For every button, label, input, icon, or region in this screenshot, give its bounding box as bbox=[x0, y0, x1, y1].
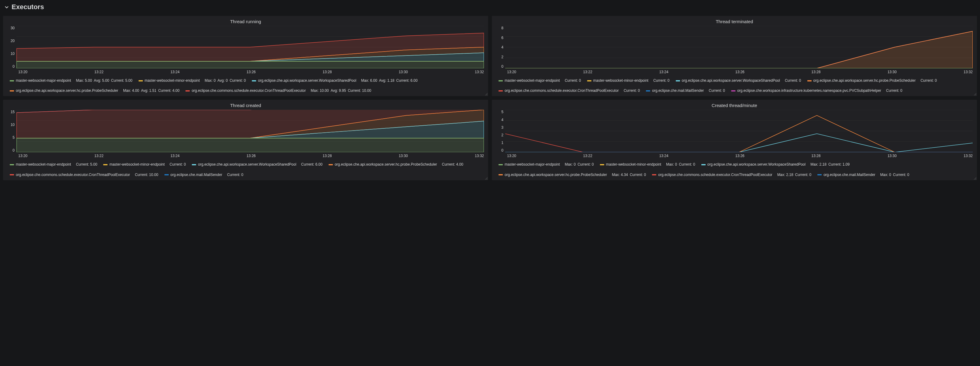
section-header[interactable]: Executors bbox=[3, 0, 977, 16]
panel-title[interactable]: Thread terminated bbox=[496, 19, 973, 24]
y-tick: 0 bbox=[501, 64, 503, 69]
legend-item[interactable]: org.eclipse.che.commons.schedule.executo… bbox=[10, 172, 158, 178]
legend-item[interactable]: org.eclipse.che.commons.schedule.executo… bbox=[652, 172, 811, 178]
legend-stat: Current: 5.00 bbox=[76, 162, 97, 166]
legend-stat: Max: 0 bbox=[666, 162, 677, 166]
x-tick: 13:28 bbox=[811, 154, 821, 158]
y-axis: 86420 bbox=[496, 26, 505, 69]
legend-series-name: org.eclipse.che.api.workspace.server.hc.… bbox=[335, 161, 437, 168]
x-tick: 13:24 bbox=[659, 154, 668, 158]
legend-stat: Current: 0 bbox=[578, 162, 593, 166]
y-tick: 0 bbox=[501, 148, 503, 152]
plot[interactable] bbox=[16, 110, 484, 152]
resize-handle-icon[interactable] bbox=[485, 93, 488, 96]
legend-item[interactable]: master-websocket-major-endpointMax: 0Cur… bbox=[498, 161, 594, 168]
legend-swatch bbox=[498, 174, 503, 175]
panel-title[interactable]: Thread running bbox=[7, 19, 484, 24]
legend-swatch bbox=[646, 90, 650, 91]
legend-item[interactable]: master-websocket-minor-endpointMax: 0Avg… bbox=[138, 78, 246, 83]
legend-item[interactable]: master-websocket-major-endpointCurrent: … bbox=[10, 161, 97, 168]
legend-item[interactable]: master-websocket-minor-endpointMax: 0Cur… bbox=[600, 161, 695, 168]
resize-handle-icon[interactable] bbox=[974, 177, 976, 180]
legend-swatch bbox=[587, 80, 592, 82]
x-tick: 13:20 bbox=[507, 70, 516, 74]
legend-stat: Current: 0 bbox=[170, 162, 186, 166]
y-tick: 4 bbox=[501, 45, 503, 50]
chart-area[interactable]: 151050 bbox=[7, 110, 484, 152]
legend-stat: Max: 6.00 bbox=[361, 78, 377, 83]
plot[interactable] bbox=[16, 26, 484, 69]
legend-series-name: org.eclipse.che.api.workspace.server.hc.… bbox=[504, 172, 607, 178]
legend-item[interactable]: org.eclipse.che.api.workspace.server.hc.… bbox=[329, 161, 463, 168]
x-tick: 13:24 bbox=[659, 70, 668, 74]
x-axis: 13:2013:2213:2413:2613:2813:3013:32 bbox=[496, 152, 973, 160]
legend-stats: Current: 6.00 bbox=[299, 161, 323, 168]
legend-stats: Max: 0Current: 0 bbox=[563, 161, 593, 168]
y-tick: 5 bbox=[501, 110, 503, 114]
legend-item[interactable]: master-websocket-minor-endpointCurrent: … bbox=[103, 161, 186, 168]
chart-area[interactable]: 86420 bbox=[496, 26, 973, 69]
legend-stats: Max: 0Current: 0 bbox=[664, 161, 695, 168]
legend-series-name: org.eclipse.che.mail.MailSender bbox=[652, 88, 704, 94]
panel-thread-created[interactable]: Thread created15105013:2013:2213:2413:26… bbox=[3, 100, 488, 180]
legend-stats: Current: 0 bbox=[225, 172, 243, 178]
legend-item[interactable]: org.eclipse.che.api.workspace.server.hc.… bbox=[807, 78, 937, 83]
plot[interactable] bbox=[505, 26, 973, 69]
legend-item[interactable]: master-websocket-major-endpointCurrent: … bbox=[498, 78, 581, 83]
legend-item[interactable]: org.eclipse.che.api.workspace.server.Wor… bbox=[676, 78, 801, 83]
legend-series-name: org.eclipse.che.commons.schedule.executo… bbox=[16, 172, 130, 178]
legend-stat: Current: 0 bbox=[921, 78, 937, 83]
chevron-down-icon bbox=[4, 5, 9, 10]
legend-series-name: org.eclipse.che.api.workspace.server.hc.… bbox=[16, 88, 118, 94]
panel-thread-running[interactable]: Thread running302010013:2013:2213:2413:2… bbox=[3, 16, 488, 96]
legend-series-name: master-websocket-minor-endpoint bbox=[606, 161, 661, 168]
x-tick: 13:20 bbox=[18, 70, 27, 74]
x-tick: 13:32 bbox=[964, 70, 973, 74]
legend-swatch bbox=[498, 90, 503, 91]
legend-stat: Avg: 9.95 bbox=[331, 88, 346, 93]
legend-item[interactable]: org.eclipse.che.api.workspace.server.Wor… bbox=[192, 161, 323, 168]
legend-item[interactable]: org.eclipse.che.mail.MailSenderCurrent: … bbox=[646, 88, 725, 94]
legend-item[interactable]: org.eclipse.che.api.workspace.server.Wor… bbox=[252, 78, 417, 83]
legend-stats: Max: 10.00Avg: 9.95Current: 10.00 bbox=[309, 88, 371, 94]
resize-handle-icon[interactable] bbox=[974, 93, 976, 96]
legend-stat: Current: 6.00 bbox=[301, 162, 323, 166]
legend-stats: Current: 0 bbox=[783, 78, 801, 83]
legend-item[interactable]: org.eclipse.che.mail.MailSenderMax: 0Cur… bbox=[818, 172, 909, 178]
plot[interactable] bbox=[505, 110, 973, 152]
legend-stat: Current: 0 bbox=[886, 88, 902, 93]
x-tick: 13:26 bbox=[735, 154, 744, 158]
resize-handle-icon[interactable] bbox=[485, 177, 488, 180]
legend-stats: Current: 0 bbox=[885, 88, 902, 94]
chart-area[interactable]: 3020100 bbox=[7, 26, 484, 69]
x-tick: 13:30 bbox=[399, 154, 408, 158]
legend-stats: Max: 5.00Avg: 5.00Current: 5.00 bbox=[74, 78, 132, 83]
legend-item[interactable]: org.eclipse.che.mail.MailSenderCurrent: … bbox=[164, 172, 243, 178]
legend-item[interactable]: org.eclipse.che.commons.schedule.executo… bbox=[186, 88, 371, 94]
panel-title[interactable]: Thread created bbox=[7, 103, 484, 108]
legend-series-name: org.eclipse.che.api.workspace.server.Wor… bbox=[258, 78, 356, 83]
legend-swatch bbox=[731, 90, 735, 91]
section-title: Executors bbox=[11, 3, 44, 11]
legend-series-name: org.eclipse.che.commons.schedule.executo… bbox=[658, 172, 772, 178]
y-tick: 20 bbox=[11, 39, 14, 43]
panel-created-thread-per-minute[interactable]: Created thread/minute54321013:2013:2213:… bbox=[492, 100, 977, 180]
panel-title[interactable]: Created thread/minute bbox=[496, 103, 973, 108]
x-tick: 13:30 bbox=[399, 70, 408, 74]
legend-swatch bbox=[702, 164, 706, 165]
legend-item[interactable]: org.eclipse.che.workspace.infrastructure… bbox=[731, 88, 902, 94]
legend-item[interactable]: org.eclipse.che.api.workspace.server.Wor… bbox=[702, 161, 850, 168]
legend-item[interactable]: org.eclipse.che.api.workspace.server.hc.… bbox=[10, 88, 179, 94]
legend-series-name: master-websocket-minor-endpoint bbox=[145, 78, 200, 83]
legend-series-name: org.eclipse.che.mail.MailSender bbox=[170, 172, 222, 178]
x-tick: 13:26 bbox=[735, 70, 744, 74]
panel-thread-terminated[interactable]: Thread terminated8642013:2013:2213:2413:… bbox=[492, 16, 977, 96]
legend-item[interactable]: org.eclipse.che.commons.schedule.executo… bbox=[498, 88, 640, 94]
legend-stat: Current: 4.00 bbox=[442, 162, 463, 166]
legend-series-name: org.eclipse.che.api.workspace.server.hc.… bbox=[813, 78, 916, 83]
legend-swatch bbox=[186, 90, 190, 91]
chart-area[interactable]: 543210 bbox=[496, 110, 973, 152]
legend-item[interactable]: master-websocket-major-endpointMax: 5.00… bbox=[10, 78, 132, 83]
legend-item[interactable]: master-websocket-minor-endpointCurrent: … bbox=[587, 78, 670, 83]
legend-item[interactable]: org.eclipse.che.api.workspace.server.hc.… bbox=[498, 172, 646, 178]
